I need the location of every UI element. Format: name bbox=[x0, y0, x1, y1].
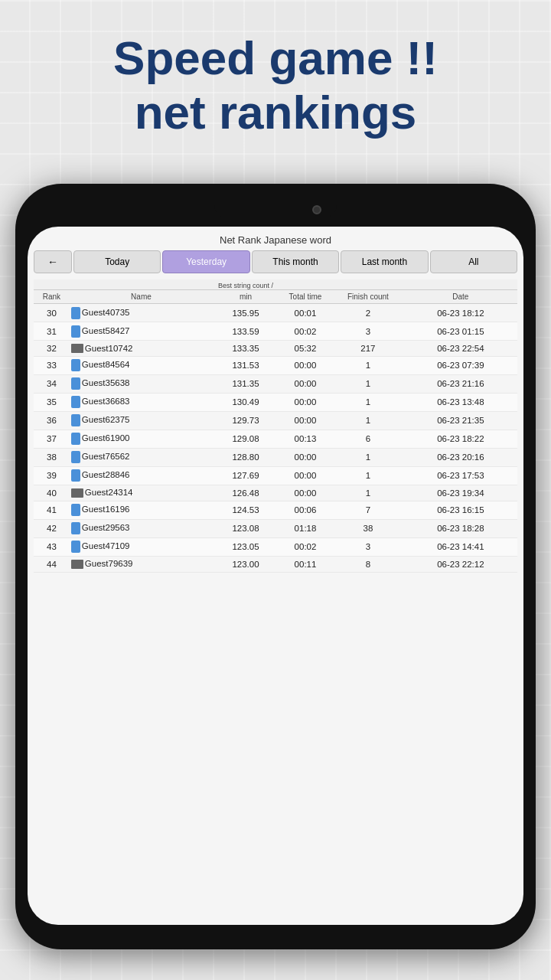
tab-yesterday[interactable]: Yesterday bbox=[162, 250, 249, 273]
cell-finish: 1 bbox=[332, 356, 404, 374]
cell-name: Guest61900 bbox=[70, 430, 213, 448]
device-icon-phone bbox=[71, 504, 80, 516]
cell-time: 00:00 bbox=[279, 448, 332, 466]
cell-date: 06-23 19:34 bbox=[404, 485, 517, 501]
device-icon-pc bbox=[71, 344, 83, 353]
cell-time: 00:00 bbox=[279, 356, 332, 374]
cell-score: 133.35 bbox=[213, 341, 279, 357]
cell-time: 00:00 bbox=[279, 393, 332, 411]
cell-finish: 1 bbox=[332, 374, 404, 393]
cell-finish: 1 bbox=[332, 393, 404, 411]
phone-notch bbox=[214, 202, 337, 217]
rankings-table-wrapper: Best string count / Rank Name min Total … bbox=[34, 279, 517, 910]
cell-time: 00:02 bbox=[279, 537, 332, 556]
cell-rank: 31 bbox=[34, 322, 70, 341]
col-header-time-top bbox=[279, 279, 332, 290]
tab-bar: ← Today Yesterday This month Last month … bbox=[34, 250, 517, 273]
cell-rank: 37 bbox=[34, 430, 70, 448]
cell-finish: 217 bbox=[332, 341, 404, 357]
tab-last-month[interactable]: Last month bbox=[341, 250, 428, 273]
phone-notch-area bbox=[28, 196, 523, 224]
cell-rank: 44 bbox=[34, 556, 70, 572]
col-header-rank-top bbox=[34, 279, 70, 290]
cell-finish: 8 bbox=[332, 556, 404, 572]
cell-score: 127.69 bbox=[213, 466, 279, 485]
col-header-score-top: Best string count / bbox=[213, 279, 279, 290]
cell-rank: 33 bbox=[34, 356, 70, 374]
cell-score: 135.95 bbox=[213, 304, 279, 322]
cell-rank: 35 bbox=[34, 393, 70, 411]
cell-score: 124.53 bbox=[213, 501, 279, 519]
cell-date: 06-23 16:15 bbox=[404, 501, 517, 519]
cell-time: 00:06 bbox=[279, 501, 332, 519]
cell-name: Guest84564 bbox=[70, 356, 213, 374]
cell-rank: 42 bbox=[34, 519, 70, 537]
tab-today[interactable]: Today bbox=[73, 250, 161, 273]
table-row: 44 Guest79639 123.00 00:11 8 06-23 22:12 bbox=[34, 556, 517, 572]
cell-finish: 38 bbox=[332, 519, 404, 537]
cell-rank: 40 bbox=[34, 485, 70, 501]
cell-finish: 3 bbox=[332, 322, 404, 341]
cell-rank: 32 bbox=[34, 341, 70, 357]
cell-name: Guest29563 bbox=[70, 519, 213, 537]
cell-name: Guest28846 bbox=[70, 466, 213, 485]
table-row: 41 Guest16196 124.53 00:06 7 06-23 16:15 bbox=[34, 501, 517, 519]
tab-this-month[interactable]: This month bbox=[252, 250, 339, 273]
cell-time: 00:11 bbox=[279, 556, 332, 572]
cell-name: Guest62375 bbox=[70, 411, 213, 430]
cell-time: 00:00 bbox=[279, 466, 332, 485]
cell-date: 06-23 17:53 bbox=[404, 466, 517, 485]
device-icon-phone bbox=[71, 325, 80, 338]
cell-finish: 7 bbox=[332, 501, 404, 519]
phone-camera bbox=[312, 205, 321, 214]
device-icon-phone bbox=[71, 469, 80, 482]
table-row: 33 Guest84564 131.53 00:00 1 06-23 07:39 bbox=[34, 356, 517, 374]
cell-date: 06-23 13:48 bbox=[404, 393, 517, 411]
cell-name: Guest47109 bbox=[70, 537, 213, 556]
cell-rank: 39 bbox=[34, 466, 70, 485]
table-row: 39 Guest28846 127.69 00:00 1 06-23 17:53 bbox=[34, 466, 517, 485]
cell-score: 128.80 bbox=[213, 448, 279, 466]
table-body: 30 Guest40735 135.95 00:01 2 06-23 18:12… bbox=[34, 304, 517, 573]
table-header-top: Best string count / bbox=[34, 279, 517, 290]
cell-date: 06-23 14:41 bbox=[404, 537, 517, 556]
cell-name: Guest79639 bbox=[70, 556, 213, 572]
phone-screen: Net Rank Japanese word ← Today Yesterday… bbox=[28, 227, 523, 925]
cell-score: 130.49 bbox=[213, 393, 279, 411]
device-icon-phone bbox=[71, 377, 80, 390]
table-row: 43 Guest47109 123.05 00:02 3 06-23 14:41 bbox=[34, 537, 517, 556]
cell-date: 06-23 18:12 bbox=[404, 304, 517, 322]
back-button[interactable]: ← bbox=[34, 250, 72, 273]
cell-time: 01:18 bbox=[279, 519, 332, 537]
page-title: Speed game !! net rankings bbox=[0, 0, 551, 155]
device-icon-phone bbox=[71, 396, 80, 408]
cell-finish: 1 bbox=[332, 466, 404, 485]
table-row: 38 Guest76562 128.80 00:00 1 06-23 20:16 bbox=[34, 448, 517, 466]
cell-score: 123.05 bbox=[213, 537, 279, 556]
col-header-name-top bbox=[70, 279, 213, 290]
col-header-finish-top bbox=[332, 279, 404, 290]
table-row: 34 Guest35638 131.35 00:00 1 06-23 21:16 bbox=[34, 374, 517, 393]
tab-all[interactable]: All bbox=[430, 250, 517, 273]
cell-date: 06-23 21:16 bbox=[404, 374, 517, 393]
cell-score: 123.00 bbox=[213, 556, 279, 572]
cell-name: Guest24314 bbox=[70, 485, 213, 501]
cell-time: 00:13 bbox=[279, 430, 332, 448]
table-row: 37 Guest61900 129.08 00:13 6 06-23 18:22 bbox=[34, 430, 517, 448]
device-icon-phone bbox=[71, 359, 80, 371]
table-row: 30 Guest40735 135.95 00:01 2 06-23 18:12 bbox=[34, 304, 517, 322]
cell-finish: 1 bbox=[332, 448, 404, 466]
cell-rank: 41 bbox=[34, 501, 70, 519]
cell-rank: 43 bbox=[34, 537, 70, 556]
cell-score: 131.35 bbox=[213, 374, 279, 393]
cell-finish: 3 bbox=[332, 537, 404, 556]
col-header-name: Name bbox=[70, 290, 213, 304]
cell-name: Guest76562 bbox=[70, 448, 213, 466]
table-row: 42 Guest29563 123.08 01:18 38 06-23 18:2… bbox=[34, 519, 517, 537]
col-header-time: Total time bbox=[279, 290, 332, 304]
cell-score: 131.53 bbox=[213, 356, 279, 374]
device-icon-phone bbox=[71, 541, 80, 553]
cell-date: 06-23 18:28 bbox=[404, 519, 517, 537]
col-header-finish: Finish count bbox=[332, 290, 404, 304]
device-icon-phone bbox=[71, 522, 80, 534]
